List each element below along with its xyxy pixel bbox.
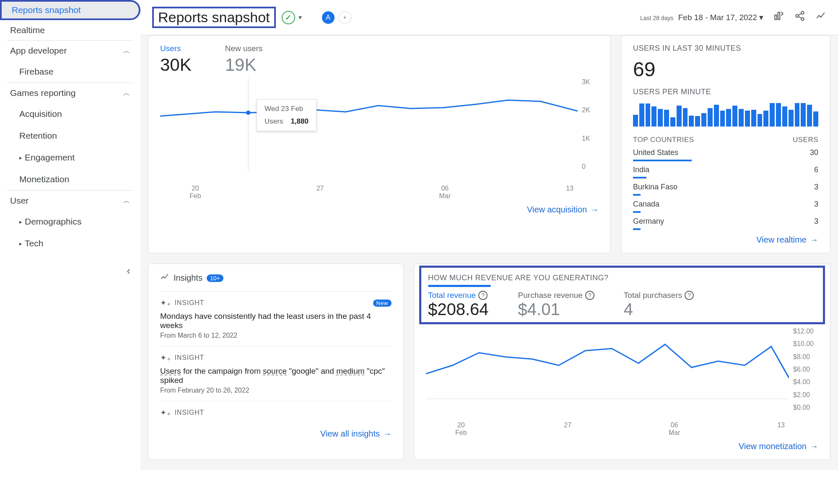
caret-right-icon: ▸ [19, 240, 22, 247]
insights-icon [160, 272, 169, 284]
nav-retention[interactable]: Retention [0, 125, 140, 147]
country-row[interactable]: United States30 [633, 144, 818, 158]
nav-realtime[interactable]: Realtime [0, 20, 140, 40]
svg-rect-1 [778, 12, 780, 19]
nav-engagement[interactable]: ▸Engagement [0, 147, 140, 168]
chevron-down-icon: ▾ [759, 13, 763, 22]
revenue-card: HOW MUCH REVENUE ARE YOU GENERATING? Tot… [414, 264, 830, 460]
svg-point-4 [801, 18, 804, 21]
users-card: Users 30K New users 19K [148, 35, 611, 253]
nav-acquisition[interactable]: Acquisition [0, 103, 140, 125]
add-comparison-button[interactable]: + [339, 11, 351, 24]
nav-group-games-reporting[interactable]: Games reporting︿ [0, 83, 140, 103]
chevron-up-icon: ︿ [123, 196, 130, 206]
chart-tooltip: Wed 23 Feb Users1,880 [257, 99, 317, 131]
date-range-picker[interactable]: Last 28 days Feb 18 - Mar 17, 2022 ▾ [640, 13, 763, 22]
help-icon[interactable]: ? [585, 291, 594, 300]
caret-right-icon: ▸ [19, 155, 22, 161]
sparkle-icon: ✦₊ [160, 298, 171, 308]
chevron-up-icon: ︿ [123, 46, 130, 56]
view-acquisition-link[interactable]: View acquisition→ [160, 200, 599, 215]
view-monetization-link[interactable]: View monetization→ [426, 437, 818, 451]
status-ok-icon[interactable]: ✓ [282, 11, 295, 24]
share-icon[interactable] [794, 10, 805, 24]
country-row[interactable]: Burkina Faso3 [633, 178, 818, 192]
metric-new-users[interactable]: New users 19K [225, 44, 263, 75]
nav-monetization[interactable]: Monetization [0, 168, 140, 190]
status-dropdown-icon[interactable]: ▾ [297, 12, 304, 23]
nav-group-user[interactable]: User︿ [0, 191, 140, 211]
insight-item[interactable]: ✦₊INSIGHT Users for the campaign from so… [160, 346, 392, 401]
user-avatar-badge[interactable]: A [322, 11, 335, 24]
insights-title: Insights [174, 273, 202, 283]
users-line-chart: 3K2K1K0 Wed 23 Feb Users1,880 [160, 78, 599, 183]
nav-tech[interactable]: ▸Tech [0, 233, 140, 254]
nav-group-app-developer[interactable]: App developer︿ [0, 41, 140, 61]
realtime-heading: USERS IN LAST 30 MINUTES [633, 44, 818, 53]
caret-right-icon: ▸ [19, 219, 22, 225]
revenue-line-chart: $12.00$10.00$8.00$6.00$4.00$2.00$0.00 [426, 328, 818, 420]
revenue-heading: HOW MUCH REVENUE ARE YOU GENERATING? [428, 274, 816, 282]
sparkle-icon: ✦₊ [160, 408, 171, 417]
users-per-minute-bars [633, 101, 818, 127]
insight-item[interactable]: ✦₊INSIGHT [160, 401, 392, 424]
nav-demographics[interactable]: ▸Demographics [0, 211, 140, 233]
y-axis: 3K2K1K0 [582, 78, 599, 171]
metric-users[interactable]: Users 30K [160, 44, 192, 75]
new-badge: New [373, 300, 392, 307]
nav-reports-snapshot[interactable]: Reports snapshot [0, 0, 140, 20]
top-countries-header: TOP COUNTRIESUSERS [633, 133, 818, 144]
country-row[interactable]: India6 [633, 161, 818, 175]
x-axis: 20 Feb 27 06 Mar 13 [160, 183, 599, 200]
insights-icon[interactable] [815, 10, 826, 24]
page-header: Reports snapshot ✓ ▾ A + Last 28 days Fe… [140, 0, 838, 35]
x-axis: 20 Feb 27 06 Mar 13 [426, 420, 818, 437]
svg-point-6 [246, 111, 251, 115]
arrow-right-icon: → [383, 429, 392, 439]
svg-point-3 [796, 15, 799, 18]
sidebar: Reports snapshot Realtime App developer︿… [0, 0, 140, 470]
realtime-card: USERS IN LAST 30 MINUTES 69 USERS PER MI… [621, 35, 830, 253]
sparkle-icon: ✦₊ [160, 353, 171, 362]
svg-rect-0 [775, 15, 776, 20]
insight-item[interactable]: ✦₊INSIGHTNew Mondays have consistently h… [160, 291, 392, 346]
metric-total-revenue[interactable]: Total revenue? $208.64 [428, 291, 489, 319]
metric-total-purchasers[interactable]: Total purchasers? 4 [624, 291, 694, 319]
y-axis: $12.00$10.00$8.00$6.00$4.00$2.00$0.00 [793, 328, 818, 411]
help-icon[interactable]: ? [685, 291, 694, 300]
insights-count-badge: 10+ [207, 274, 223, 282]
insights-card: Insights 10+ ✦₊INSIGHTNew Mondays have c… [148, 264, 404, 460]
view-realtime-link[interactable]: View realtime→ [633, 230, 818, 245]
country-row[interactable]: Germany3 [633, 213, 818, 227]
view-all-insights-link[interactable]: View all insights→ [160, 424, 392, 439]
country-row[interactable]: Canada3 [633, 196, 818, 209]
arrow-right-icon: → [590, 205, 599, 215]
chevron-up-icon: ︿ [123, 88, 130, 98]
nav-firebase[interactable]: Firebase [0, 61, 140, 83]
sidebar-collapse-button[interactable]: ‹ [0, 254, 140, 287]
page-title: Reports snapshot [152, 7, 276, 28]
realtime-count: 69 [633, 58, 818, 81]
metric-purchase-revenue[interactable]: Purchase revenue? $4.01 [518, 291, 594, 319]
svg-point-2 [801, 11, 804, 14]
customize-report-icon[interactable] [773, 10, 784, 24]
help-icon[interactable]: ? [478, 291, 488, 300]
arrow-right-icon: → [810, 235, 818, 245]
arrow-right-icon: → [810, 442, 818, 451]
